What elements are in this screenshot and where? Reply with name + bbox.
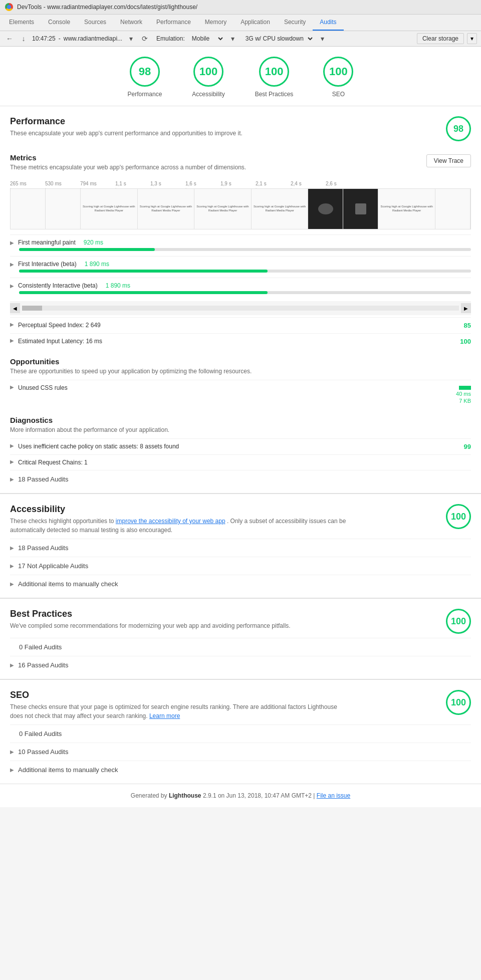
scroll-left-button[interactable]: ◀ [10,303,20,313]
mark-5: 1,6 s [185,181,220,186]
more-options-button[interactable]: ▾ [467,33,477,44]
fi-bar-container [19,270,471,273]
score-accessibility: 100 Accessibility [192,57,224,98]
accessibility-manual-check[interactable]: ▶ Additional items to manually check [10,575,471,593]
filmstrip-frame-0 [11,189,46,229]
best-practices-passed-audits[interactable]: ▶ 16 Passed Audits [10,656,471,674]
tab-elements[interactable]: Elements [2,15,41,31]
seo-passed-label: 10 Passed Audits [18,748,68,756]
toolbar-sep1: - [59,35,61,42]
tab-network[interactable]: Network [113,15,149,31]
forward-icon[interactable]: ↓ [18,33,29,44]
seo-section-desc: These checks ensure that your page is op… [10,702,351,720]
metrics-subsection: Metrics These metrics encapsulate your w… [10,145,471,349]
unused-css-row: ▶ Unused CSS rules 40 ms 7 KB [10,380,471,408]
scroll-thumb [22,306,42,311]
filmstrip-frame-1 [46,189,81,229]
title-bar: DevTools - www.radiantmediaplayer.com/do… [0,0,481,15]
tab-application[interactable]: Application [233,15,277,31]
accessibility-not-applicable[interactable]: ▶ 17 Not Applicable Audits [10,557,471,575]
unused-css-bar [459,386,471,390]
tab-console[interactable]: Console [41,15,77,31]
expand-cache-icon[interactable]: ▶ [10,443,14,448]
metric-perceptual-speed: ▶ Perceptual Speed Index: 2 649 85 [10,317,471,333]
throttle-dropdown-icon[interactable]: ▾ [317,33,328,44]
main-content: 98 Performance 100 Accessibility 100 Bes… [0,47,481,807]
seo-section-title: SEO [10,690,351,700]
critical-chains-name: Critical Request Chains: 1 [18,459,471,466]
ci-bar-container [19,291,471,294]
seo-failed-audits: 0 Failed Audits [10,724,471,743]
performance-circle: 98 [130,57,160,87]
expand-eil-icon[interactable]: ▶ [10,338,14,343]
metrics-title: Metrics [10,153,246,162]
seo-learn-more-link[interactable]: Learn more [149,712,180,719]
scroll-right-button[interactable]: ▶ [461,303,471,313]
throttle-select[interactable]: 3G w/ CPU slowdown No throttling [242,34,314,44]
acc-manual-expand-icon: ▶ [10,581,14,587]
mark-3: 1,1 s [115,181,150,186]
filmstrip-frame-9 [435,189,470,229]
performance-passed-audits[interactable]: ▶ 18 Passed Audits [10,470,471,488]
footer-text: Generated by [131,792,169,799]
cache-policy-name: Uses inefficient cache policy on static … [18,443,448,450]
seo-manual-expand-icon: ▶ [10,767,14,773]
expand-ci-icon[interactable]: ▶ [10,283,14,289]
scroll-row: ◀ ▶ [10,301,471,315]
mark-0: 265 ms [10,181,45,186]
acc-manual-label: Additional items to manually check [18,580,118,588]
fmp-bar [19,248,155,251]
expand-psi-icon[interactable]: ▶ [10,322,14,327]
bp-passed-label: 16 Passed Audits [18,661,68,669]
emulation-dropdown-icon[interactable]: ▾ [227,33,238,44]
fmp-value: 920 ms [84,239,103,246]
file-issue-link[interactable]: File an issue [317,792,350,799]
tab-audits[interactable]: Audits [313,15,343,31]
fmp-bar-container [19,248,471,251]
tab-memory[interactable]: Memory [198,15,233,31]
filmstrip-frame-8: Scoring high at Google Lighthouse with R… [378,189,435,229]
acc-na-label: 17 Not Applicable Audits [18,562,88,570]
title-bar-text: DevTools - www.radiantmediaplayer.com/do… [17,4,197,11]
performance-section-title: Performance [10,116,243,127]
tab-performance[interactable]: Performance [149,15,198,31]
metrics-desc: These metrics encapsulate your web app's… [10,164,246,171]
ci-value: 1 890 ms [106,282,130,289]
back-icon[interactable]: ← [4,33,15,44]
expand-chains-icon[interactable]: ▶ [10,459,14,464]
accessibility-link[interactable]: improve the accessibility of your web ap… [116,518,225,525]
ci-bar [19,291,268,294]
expand-css-icon[interactable]: ▶ [10,384,14,390]
tab-sources[interactable]: Sources [77,15,113,31]
tab-security[interactable]: Security [277,15,313,31]
view-trace-button[interactable]: View Trace [426,154,471,167]
reload-icon[interactable]: ⟳ [139,33,150,44]
clear-storage-button[interactable]: Clear storage [417,33,464,44]
accessibility-circle: 100 [193,57,223,87]
seo-passed-audits[interactable]: ▶ 10 Passed Audits [10,743,471,761]
passed-expand-icon: ▶ [10,476,14,482]
seo-manual-check[interactable]: ▶ Additional items to manually check [10,761,471,779]
diagnostics-desc: More information about the performance o… [10,426,471,433]
mark-6: 1,9 s [220,181,256,186]
ci-name: Consistently Interactive (beta) [18,282,98,289]
seo-passed-expand-icon: ▶ [10,749,14,755]
best-practices-section: Best Practices We've compiled some recom… [0,599,481,680]
cache-policy-row: ▶ Uses inefficient cache policy on stati… [10,438,471,454]
expand-fi-icon[interactable]: ▶ [10,262,14,267]
acc-na-expand-icon: ▶ [10,563,14,569]
best-practices-failed-audits: 0 Failed Audits [10,638,471,656]
eil-score: 100 [456,338,471,345]
metric-input-latency: ▶ Estimated Input Latency: 16 ms 100 [10,333,471,349]
footer-app-name: Lighthouse [169,792,201,799]
mark-7: 2,1 s [256,181,291,186]
emulation-select[interactable]: Mobile Desktop [188,34,224,44]
accessibility-passed-audits[interactable]: ▶ 18 Passed Audits [10,539,471,557]
seo-manual-label: Additional items to manually check [18,766,118,774]
bp-passed-expand-icon: ▶ [10,662,14,668]
seo-section: SEO These checks ensure that your page i… [0,680,481,784]
dropdown-icon[interactable]: ▾ [125,33,136,44]
metric-first-meaningful-paint: ▶ First meaningful paint 920 ms [10,234,471,256]
best-practices-circle: 100 [259,57,289,87]
expand-fmp-icon[interactable]: ▶ [10,240,14,246]
